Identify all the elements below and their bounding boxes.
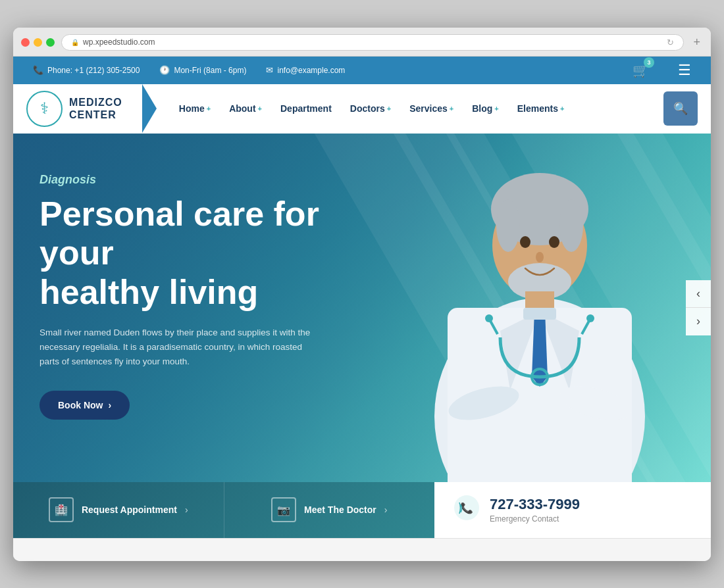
nav-link-doctors[interactable]: Doctors + [341, 85, 400, 132]
blog-plus: + [494, 105, 498, 112]
hero-content: Diagnosis Personal care for your healthy… [39, 173, 382, 420]
emergency-phone-icon: 📞 [454, 495, 479, 525]
elements-plus: + [560, 105, 564, 112]
logo-area: ⚕ MEDIZCO CENTER [26, 84, 136, 134]
page-footer [13, 538, 711, 561]
hours-label: Mon-Fri (8am - 6pm) [174, 66, 246, 75]
doctor-image [369, 134, 711, 482]
svg-point-3 [496, 199, 520, 252]
appointment-arrow: › [185, 504, 188, 515]
emergency-text: 727-333-7999 Emergency Contact [490, 496, 580, 524]
search-icon: 🔍 [673, 101, 688, 116]
meet-doctor-arrow: › [384, 504, 388, 515]
nav-links: Home + About + Department Doctors + Serv… [170, 85, 663, 132]
emergency-contact: 📞 727-333-7999 Emergency Contact [434, 482, 711, 538]
address-bar[interactable]: 🔒 wp.xpeedstudio.com ↻ [61, 34, 684, 51]
hero-title-line2: healthy living [39, 273, 258, 311]
email-info: ✉ info@example.com [266, 65, 345, 75]
slider-next-button[interactable]: › [686, 308, 711, 335]
browser-chrome: 🔒 wp.xpeedstudio.com ↻ + [13, 28, 711, 57]
lock-icon: 🔒 [71, 39, 79, 46]
bottom-bar: 🏥 Request Appointment › 📷 Meet The Docto… [13, 482, 711, 538]
hero-description: Small river named Duden flows by their p… [39, 326, 323, 370]
nav-link-about[interactable]: About + [220, 85, 271, 132]
prev-icon: ‹ [696, 287, 700, 301]
home-plus: + [207, 105, 211, 112]
email-icon: ✉ [266, 65, 273, 75]
svg-rect-21 [523, 308, 556, 320]
main-nav: ⚕ MEDIZCO CENTER Home + About + Departme… [13, 84, 711, 134]
about-plus: + [258, 105, 262, 112]
logo-icon: ⚕ [26, 91, 63, 127]
emergency-label: Emergency Contact [490, 514, 580, 524]
nav-link-blog[interactable]: Blog + [463, 85, 508, 132]
svg-point-6 [520, 236, 530, 248]
browser-dots [21, 38, 55, 47]
appointment-label: Request Appointment [82, 504, 177, 515]
nav-link-services[interactable]: Services + [400, 85, 463, 132]
svg-point-8 [536, 252, 544, 262]
logo-text: MEDIZCO CENTER [69, 96, 122, 121]
nav-link-department[interactable]: Department [271, 85, 341, 132]
emergency-phone-number: 727-333-7999 [490, 496, 580, 513]
clock-icon: 🕐 [159, 65, 170, 75]
hours-info: 🕐 Mon-Fri (8am - 6pm) [159, 65, 246, 75]
logo-name-line1: MEDIZCO [69, 96, 122, 109]
phone-icon: 📞 [33, 65, 43, 75]
book-now-button[interactable]: Book Now › [39, 391, 130, 420]
dot-red[interactable] [21, 38, 30, 47]
browser-window: 🔒 wp.xpeedstudio.com ↻ + 📞 Phone: +1 (21… [13, 28, 711, 561]
email-label: info@example.com [277, 66, 345, 75]
services-plus: + [450, 105, 453, 112]
logo-symbol: ⚕ [40, 99, 49, 118]
meet-doctor-item[interactable]: 📷 Meet The Doctor › [224, 482, 435, 538]
request-appointment-item[interactable]: 🏥 Request Appointment › [13, 482, 224, 538]
dot-yellow[interactable] [34, 38, 42, 47]
appointment-icon: 🏥 [49, 497, 74, 522]
svg-point-7 [549, 236, 559, 248]
svg-point-17 [485, 314, 493, 322]
book-btn-arrow: › [108, 400, 111, 410]
logo-name-line2: CENTER [69, 109, 122, 121]
phone-info: 📞 Phone: +1 (212) 305-2500 [33, 65, 140, 75]
nav-divider [142, 84, 157, 133]
svg-point-18 [586, 314, 594, 322]
hamburger-menu-icon[interactable]: ☰ [678, 62, 691, 79]
hero-title: Personal care for your healthy living [39, 195, 382, 312]
emergency-icon-svg: 📞 [454, 495, 479, 520]
phone-label: Phone: +1 (212) 305-2500 [47, 66, 140, 75]
cart-badge: 3 [644, 57, 654, 68]
slider-prev-button[interactable]: ‹ [686, 280, 711, 308]
bottom-cta-bar: 🏥 Request Appointment › 📷 Meet The Docto… [13, 482, 434, 538]
nav-link-home[interactable]: Home + [170, 85, 220, 132]
search-button[interactable]: 🔍 [663, 91, 698, 126]
new-tab-button[interactable]: + [690, 36, 703, 49]
hero-subtitle: Diagnosis [39, 173, 382, 187]
refresh-icon[interactable]: ↻ [667, 37, 674, 47]
meet-doctor-label: Meet The Doctor [304, 504, 376, 515]
hero-title-line1: Personal care for your [39, 195, 319, 272]
dot-green[interactable] [46, 38, 55, 47]
book-btn-label: Book Now [58, 400, 103, 410]
slider-arrows: ‹ › [686, 280, 711, 335]
meet-doctor-icon: 📷 [271, 497, 296, 522]
hero-section: Diagnosis Personal care for your healthy… [13, 134, 711, 482]
top-info-bar: 📞 Phone: +1 (212) 305-2500 🕐 Mon-Fri (8a… [13, 57, 711, 84]
doctor-svg [382, 140, 698, 482]
next-icon: › [696, 314, 700, 328]
cart-wrapper[interactable]: 🛒 3 [633, 62, 649, 78]
url-text: wp.xpeedstudio.com [83, 37, 155, 47]
doctors-plus: + [387, 105, 391, 112]
svg-point-4 [559, 199, 583, 252]
nav-link-elements[interactable]: Elements + [508, 85, 574, 132]
